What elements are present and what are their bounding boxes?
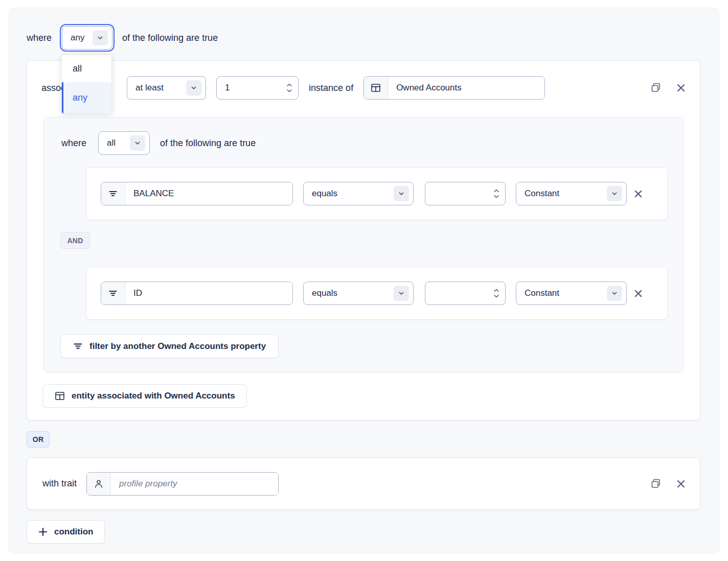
entity-select[interactable] bbox=[363, 76, 545, 100]
trait-property-select[interactable] bbox=[86, 472, 279, 496]
trait-property-field[interactable] bbox=[111, 473, 278, 495]
root-operator-row: where any all any of the following are t… bbox=[27, 26, 700, 50]
remove-condition-button[interactable] bbox=[676, 83, 686, 92]
duplicate-button[interactable] bbox=[651, 478, 662, 489]
nested-condition-group: where all of the following are true bbox=[43, 117, 684, 372]
condition-builder: where any all any of the following are t… bbox=[8, 7, 720, 554]
entity-condition-group: associated with at least instance of bbox=[27, 60, 700, 420]
instance-count-input[interactable] bbox=[216, 76, 299, 100]
number-stepper-icon[interactable] bbox=[494, 289, 499, 298]
property-select[interactable] bbox=[101, 282, 293, 305]
chevron-down-icon bbox=[607, 286, 622, 301]
filter-icon bbox=[101, 282, 125, 305]
value-field[interactable] bbox=[425, 282, 505, 305]
chevron-down-icon bbox=[607, 186, 622, 201]
value-input[interactable] bbox=[425, 282, 506, 305]
where-label: where bbox=[27, 33, 52, 43]
trait-condition-group: with trait bbox=[27, 457, 700, 510]
chevron-down-icon bbox=[394, 286, 409, 301]
suffix-label: of the following are true bbox=[122, 33, 218, 43]
property-select[interactable] bbox=[101, 182, 293, 205]
chevron-down-icon bbox=[93, 30, 108, 45]
chevron-down-icon bbox=[394, 186, 409, 201]
property-field[interactable] bbox=[125, 182, 292, 205]
menu-option-any[interactable]: any bbox=[62, 82, 111, 113]
property-field[interactable] bbox=[125, 282, 292, 305]
entity-name-field[interactable] bbox=[388, 77, 544, 99]
filter-icon bbox=[101, 182, 125, 205]
nested-operator-row: where all of the following are true bbox=[61, 131, 683, 155]
entity-row: associated with at least instance of bbox=[41, 76, 686, 100]
remove-condition-button[interactable] bbox=[676, 479, 686, 488]
condition-row-balance: equals Constant bbox=[86, 167, 668, 220]
where-label: where bbox=[61, 138, 86, 149]
add-property-filter-button[interactable]: filter by another Owned Accounts propert… bbox=[60, 334, 279, 358]
value-input[interactable] bbox=[425, 182, 506, 205]
and-badge: AND bbox=[60, 232, 90, 249]
count-field[interactable] bbox=[217, 77, 298, 99]
filter-icon bbox=[73, 341, 83, 351]
table-icon bbox=[55, 391, 65, 401]
add-entity-association-button[interactable]: entity associated with Owned Accounts bbox=[43, 384, 247, 408]
remove-filter-button[interactable] bbox=[634, 289, 643, 298]
table-icon bbox=[364, 77, 388, 99]
number-stepper-icon[interactable] bbox=[287, 84, 292, 92]
value-type-select[interactable]: Constant bbox=[516, 282, 627, 305]
menu-option-all[interactable]: all bbox=[62, 55, 111, 82]
plus-icon bbox=[38, 527, 48, 536]
value-type-select[interactable]: Constant bbox=[516, 182, 627, 205]
operator-select[interactable]: equals bbox=[303, 282, 414, 305]
remove-filter-button[interactable] bbox=[634, 190, 643, 198]
with-trait-label: with trait bbox=[42, 478, 77, 489]
condition-row-id: equals Constant bbox=[86, 267, 668, 320]
person-icon bbox=[87, 473, 111, 495]
operator-dropdown-menu: all any bbox=[62, 55, 111, 113]
value-field[interactable] bbox=[425, 182, 505, 205]
quantifier-select[interactable]: at least bbox=[127, 76, 206, 100]
nested-operator-select[interactable]: all bbox=[98, 131, 150, 155]
number-stepper-icon[interactable] bbox=[494, 190, 499, 198]
chevron-down-icon bbox=[186, 80, 201, 96]
root-operator-select[interactable]: any bbox=[62, 26, 112, 50]
suffix-label: of the following are true bbox=[160, 138, 256, 149]
or-badge: OR bbox=[27, 431, 50, 448]
add-condition-button[interactable]: condition bbox=[27, 520, 105, 544]
instance-of-label: instance of bbox=[309, 83, 353, 94]
duplicate-button[interactable] bbox=[651, 82, 662, 94]
operator-select[interactable]: equals bbox=[303, 182, 414, 205]
chevron-down-icon bbox=[130, 135, 145, 151]
